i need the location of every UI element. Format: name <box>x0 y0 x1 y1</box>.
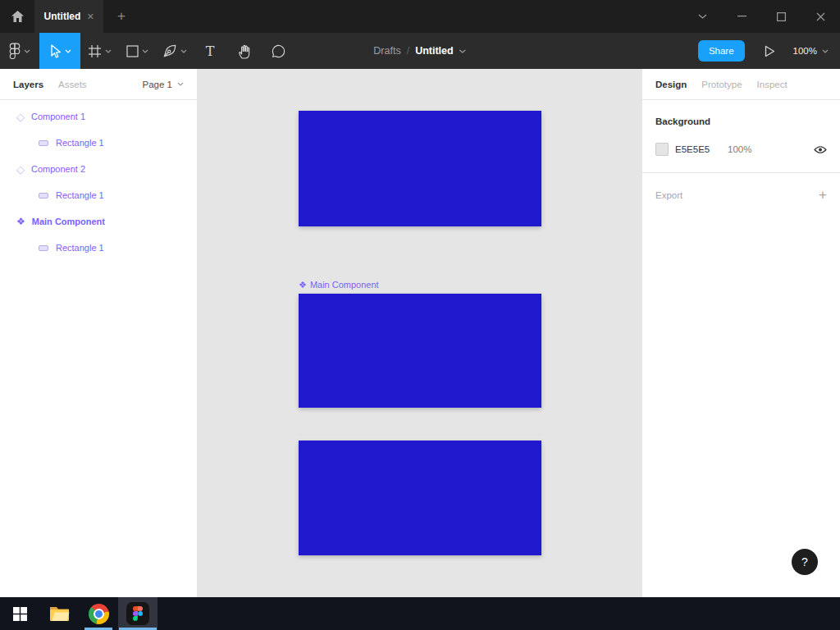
windows-taskbar <box>0 597 840 630</box>
comment-tool-button[interactable] <box>261 33 295 69</box>
play-icon <box>765 45 775 57</box>
titlebar: Untitled × + <box>0 0 840 33</box>
tab-inspect[interactable]: Inspect <box>757 80 788 89</box>
rectangle-layer-icon <box>39 193 48 199</box>
layers-panel-header: Layers Assets Page 1 <box>0 69 197 100</box>
move-tool-button[interactable] <box>39 33 80 69</box>
layer-row-rectangle-3[interactable]: Rectangle 1 <box>0 235 197 261</box>
text-tool-button[interactable]: T <box>194 33 226 69</box>
tab-close-icon[interactable]: × <box>87 11 94 22</box>
home-button[interactable] <box>0 0 34 33</box>
toolbar-right: Share 100% <box>698 33 840 69</box>
plus-icon: + <box>117 8 126 25</box>
chevron-down-icon <box>180 49 187 53</box>
main-component-icon: ❖ <box>299 281 307 290</box>
properties-panel: Design Prototype Inspect Background E5E5… <box>642 69 840 597</box>
layer-row-component-2[interactable]: ◇ Component 2 <box>0 156 197 182</box>
move-cursor-icon <box>49 44 62 58</box>
canvas-rectangle-main-component[interactable] <box>299 294 541 408</box>
chevron-down-icon <box>822 49 829 53</box>
main-component-label-text: Main Component <box>310 280 379 290</box>
layer-name: Main Component <box>32 217 105 226</box>
color-hex-value[interactable]: E5E5E5 <box>675 144 728 154</box>
maximize-icon <box>777 12 786 21</box>
layer-name: Rectangle 1 <box>56 190 104 200</box>
new-tab-button[interactable]: + <box>103 0 139 33</box>
file-explorer-button[interactable] <box>39 597 79 630</box>
layer-row-rectangle-1[interactable]: Rectangle 1 <box>0 130 197 156</box>
layer-name: Rectangle 1 <box>56 138 104 148</box>
chevron-down-icon <box>24 49 30 53</box>
component-icon: ◇ <box>16 164 25 175</box>
shape-tool-button[interactable] <box>118 33 156 69</box>
page-name: Page 1 <box>143 80 172 89</box>
window-controls <box>682 0 840 33</box>
share-button[interactable]: Share <box>698 40 745 62</box>
main-component-label[interactable]: ❖ Main Component <box>299 280 379 290</box>
maximize-button[interactable] <box>761 0 801 33</box>
tab-title: Untitled <box>44 11 81 22</box>
home-icon <box>11 10 25 23</box>
hand-icon <box>237 43 251 59</box>
breadcrumb-project[interactable]: Drafts <box>373 45 400 57</box>
breadcrumb: Drafts / Untitled <box>373 33 466 69</box>
page-selector[interactable]: Page 1 <box>143 80 184 89</box>
hand-tool-button[interactable] <box>226 33 261 69</box>
layer-name: Component 1 <box>31 112 85 121</box>
canvas[interactable]: ❖ Main Component <box>197 69 642 597</box>
pen-tool-button[interactable] <box>156 33 194 69</box>
figma-desktop-app: { "colors": { "accent_blue": "#18A0FB", … <box>0 0 840 630</box>
tab-assets[interactable]: Assets <box>58 80 87 89</box>
close-window-button[interactable] <box>801 0 840 33</box>
chrome-button[interactable] <box>79 597 118 630</box>
main-menu-button[interactable] <box>0 33 39 69</box>
tab-prototype[interactable]: Prototype <box>701 80 742 89</box>
rectangle-layer-icon <box>39 140 48 146</box>
rectangle-shape-icon <box>126 45 139 57</box>
document-tab[interactable]: Untitled × <box>34 0 103 33</box>
layer-row-main-component[interactable]: ❖ Main Component <box>0 208 197 235</box>
zoom-control[interactable]: 100% <box>793 46 829 56</box>
frame-tool-button[interactable] <box>80 33 118 69</box>
properties-panel-header: Design Prototype Inspect <box>642 69 840 100</box>
visibility-toggle[interactable] <box>814 145 827 154</box>
color-swatch[interactable] <box>655 143 669 156</box>
filename-label: Untitled <box>415 45 454 57</box>
layer-name: Component 2 <box>31 164 85 174</box>
windows-start-icon <box>13 607 27 621</box>
chrome-icon <box>89 604 109 624</box>
help-button[interactable]: ? <box>792 549 818 575</box>
start-button[interactable] <box>0 597 39 630</box>
figma-logo-icon <box>9 43 21 59</box>
minimize-button[interactable] <box>722 0 761 33</box>
layer-row-rectangle-2[interactable]: Rectangle 1 <box>0 182 197 208</box>
chevron-down-icon <box>177 82 184 86</box>
main-component-icon: ❖ <box>16 217 25 226</box>
layer-row-component-1[interactable]: ◇ Component 1 <box>0 103 197 130</box>
canvas-rectangle-instance-1[interactable] <box>299 111 541 226</box>
zoom-level: 100% <box>793 46 817 56</box>
canvas-rectangle-instance-2[interactable] <box>299 441 541 555</box>
chevron-down-icon <box>459 49 467 53</box>
pen-icon <box>162 43 177 58</box>
breadcrumb-filename[interactable]: Untitled <box>415 45 467 57</box>
export-section-title: Export <box>655 190 682 200</box>
export-section: Export + <box>642 173 840 202</box>
window-menu-chevron-button[interactable] <box>682 0 722 33</box>
file-explorer-icon <box>49 605 70 622</box>
background-section: Background E5E5E5 100% <box>642 100 840 173</box>
background-color-row: E5E5E5 100% <box>655 143 827 156</box>
chevron-down-icon <box>105 49 112 53</box>
breadcrumb-separator: / <box>407 45 409 57</box>
chevron-down-icon <box>142 49 148 53</box>
add-export-button[interactable]: + <box>819 188 827 202</box>
figma-app-button[interactable] <box>118 597 158 630</box>
rectangle-layer-icon <box>39 245 48 251</box>
chevron-down-icon <box>65 49 71 53</box>
tab-layers[interactable]: Layers <box>13 80 43 89</box>
tab-design[interactable]: Design <box>655 80 687 89</box>
present-button[interactable] <box>765 45 775 57</box>
opacity-value[interactable]: 100% <box>728 144 751 154</box>
chevron-down-icon <box>698 14 707 19</box>
text-tool-icon: T <box>206 43 215 59</box>
